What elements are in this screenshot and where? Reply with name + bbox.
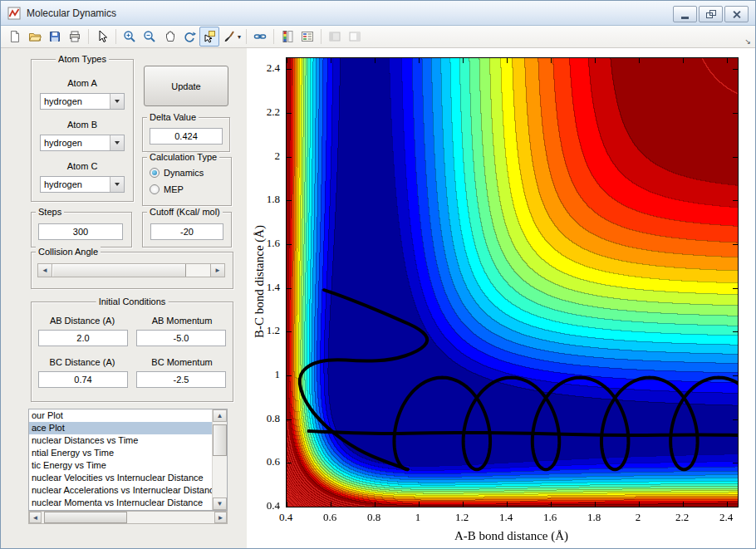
list-item-selected[interactable]: ace Plot [29, 422, 213, 434]
ab-distance-field[interactable]: 2.0 [38, 330, 128, 346]
scroll-left-arrow[interactable]: ◄ [29, 512, 42, 523]
collision-angle-panel: Collision Angle ◄ ► [31, 252, 233, 289]
rotate-3d-button[interactable] [179, 27, 199, 47]
cutoff-panel: Cutoff (Kcal/ mol) -20 [142, 212, 232, 248]
edit-plot-button[interactable] [92, 27, 112, 47]
list-item[interactable]: nuclear Distances vs Time [29, 434, 213, 447]
bc-momentum-field[interactable]: -2.5 [136, 371, 226, 388]
y-axis-label: B-C bond distance (Å) [253, 225, 267, 338]
calculation-type-title: Calculation Type [147, 152, 219, 163]
atom-a-dropdown[interactable]: hydrogen [40, 93, 125, 110]
list-item[interactable]: our Plot [29, 409, 213, 422]
toolbar-separator [273, 29, 274, 44]
link-plot-button[interactable] [250, 27, 270, 47]
chevron-down-icon [115, 100, 120, 103]
app-icon [7, 7, 21, 20]
new-file-icon [8, 30, 22, 43]
zoom-in-button[interactable] [120, 27, 140, 47]
contour-plot-canvas[interactable] [287, 58, 738, 507]
atom-b-dropdown[interactable]: hydrogen [40, 135, 125, 151]
new-file-button[interactable] [5, 27, 25, 47]
hide-plot-tools-button[interactable] [325, 27, 345, 47]
show-plot-tools-button[interactable] [345, 27, 365, 47]
atom-b-value: hydrogen [44, 138, 82, 148]
slider-right-arrow[interactable]: ► [210, 264, 224, 277]
radio-mep[interactable]: MEP [150, 184, 184, 194]
dropdown-arrow-button[interactable] [110, 177, 124, 192]
toolbar-overflow-icon[interactable]: ↘ [744, 37, 751, 46]
y-tick-label: 1.8 [250, 193, 280, 206]
radio-dynamics[interactable]: Dynamics [150, 168, 204, 178]
y-tick-label: 0.4 [250, 499, 280, 512]
window-title: Molecular Dynamics [27, 7, 116, 19]
delta-value-field[interactable]: 0.424 [150, 128, 223, 145]
slider-track[interactable] [186, 264, 210, 277]
brush-button[interactable] [219, 27, 239, 47]
y-tick-label: 0.8 [250, 412, 280, 425]
calculation-type-panel: Calculation Type Dynamics MEP [142, 157, 232, 206]
zoom-in-icon [123, 30, 136, 43]
main-toolbar: ▾ ↘ [1, 26, 755, 48]
list-item[interactable]: tic Energy vs Time [29, 459, 213, 472]
dropdown-arrow-button[interactable] [110, 135, 124, 150]
print-button[interactable] [65, 27, 85, 47]
save-button[interactable] [45, 27, 65, 47]
steps-field[interactable]: 300 [38, 223, 123, 240]
steps-panel: Steps 300 [31, 212, 132, 248]
list-item[interactable]: nuclear Accelerations vs Internuclear Di… [29, 484, 213, 497]
ab-momentum-field[interactable]: -5.0 [136, 330, 226, 346]
brush-dropdown-arrow[interactable]: ▾ [238, 33, 241, 41]
atom-a-label: Atom A [32, 78, 133, 88]
x-tick-label: 1.2 [445, 511, 479, 524]
minimize-icon [681, 17, 689, 19]
x-axis-label: A-B bond distance (Å) [286, 529, 737, 543]
listbox-items: our Plot ace Plot nuclear Distances vs T… [29, 409, 213, 510]
horizontal-scrollbar[interactable]: ◄ ► [28, 511, 228, 524]
vertical-scrollbar[interactable]: ▲ ▼ [212, 409, 227, 510]
x-tick-label: 1.4 [489, 511, 523, 524]
legend-icon [301, 30, 314, 43]
insert-legend-button[interactable] [297, 27, 317, 47]
initial-conditions-title: Initial Conditions [96, 297, 169, 307]
axes-area [286, 57, 739, 507]
scroll-right-arrow[interactable]: ► [214, 512, 227, 523]
radio-dynamics-label: Dynamics [164, 168, 204, 178]
scroll-up-arrow[interactable]: ▲ [213, 409, 227, 422]
insert-colorbar-button[interactable] [277, 27, 297, 47]
rotate-3d-icon [183, 30, 196, 43]
open-file-button[interactable] [25, 27, 45, 47]
list-item[interactable]: ntial Energy vs Time [29, 447, 213, 459]
data-cursor-icon [203, 30, 216, 43]
bc-distance-field[interactable]: 0.74 [38, 371, 128, 388]
print-icon [68, 30, 81, 43]
list-item[interactable]: nuclear Momenta vs Internuclear Distance [29, 497, 213, 509]
close-button[interactable] [724, 6, 749, 22]
delta-value-title: Delta Value [147, 112, 199, 123]
cutoff-field[interactable]: -20 [150, 223, 223, 240]
update-button[interactable]: Update [144, 66, 228, 106]
zoom-out-icon [143, 30, 156, 43]
zoom-out-button[interactable] [140, 27, 160, 47]
atom-c-dropdown[interactable]: hydrogen [40, 176, 125, 193]
dropdown-arrow-button[interactable] [110, 94, 124, 109]
title-bar[interactable]: Molecular Dynamics [1, 1, 755, 26]
atom-types-title: Atom Types [56, 54, 109, 65]
horizontal-scroll-thumb[interactable] [44, 512, 127, 523]
pan-button[interactable] [160, 27, 179, 47]
x-tick-label: 0.6 [313, 511, 346, 524]
cutoff-title: Cutoff (Kcal/ mol) [147, 207, 223, 218]
y-tick-label: 2.2 [250, 105, 280, 119]
data-cursor-button[interactable] [199, 27, 219, 47]
slider-left-arrow[interactable]: ◄ [38, 264, 52, 277]
toolbar-separator [88, 29, 89, 44]
vertical-scroll-thumb[interactable] [213, 424, 227, 456]
scroll-down-arrow[interactable]: ▼ [213, 498, 227, 510]
restore-button[interactable] [699, 6, 723, 22]
x-tick-label: 0.4 [269, 511, 302, 524]
minimize-button[interactable] [673, 6, 697, 22]
list-item[interactable]: nuclear Velocities vs Internuclear Dista… [29, 472, 213, 484]
chevron-down-icon [115, 141, 120, 145]
show-plot-tools-icon [348, 30, 361, 43]
slider-thumb[interactable] [52, 264, 186, 277]
collision-angle-slider[interactable]: ◄ ► [37, 263, 225, 277]
